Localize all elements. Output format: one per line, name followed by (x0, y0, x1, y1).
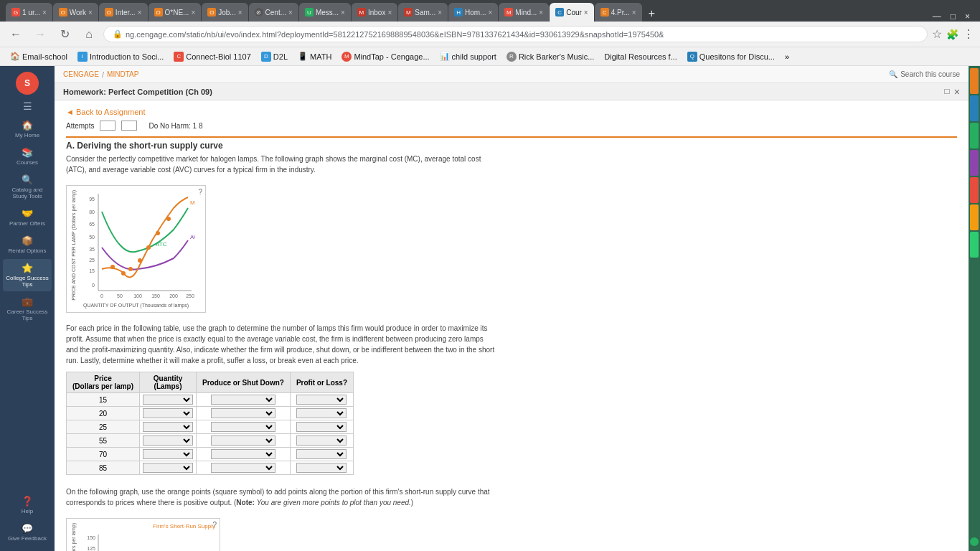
bookmark-questions[interactable]: Q Quesitons for Discu... (683, 50, 779, 63)
right-panel-btn-7[interactable] (970, 232, 979, 258)
right-panel-btn-6[interactable] (970, 204, 979, 230)
quantity-dropdown[interactable] (143, 449, 193, 459)
bookmark-d2l[interactable]: D D2L (257, 50, 292, 63)
bookmark-digital[interactable]: Digital Resources f... (600, 51, 681, 62)
nav-home[interactable]: ⌂ (79, 24, 99, 44)
hw-close[interactable]: × (954, 86, 960, 98)
right-panel-btn-1[interactable] (970, 68, 979, 94)
tab-close-9[interactable]: × (438, 9, 442, 17)
tab-sam[interactable]: M Sam... × (398, 3, 448, 22)
tab-hom[interactable]: H Hom... × (448, 3, 498, 22)
profit-cell[interactable]: ProfitLossBreak Even (290, 434, 353, 448)
nav-reload[interactable]: ↻ (55, 24, 75, 44)
tab-close-6[interactable]: × (288, 9, 293, 17)
profit-cell[interactable]: ProfitLossBreak Even (290, 420, 353, 434)
nav-forward[interactable]: → (30, 24, 50, 44)
produce-cell[interactable]: ProduceShut DownIndifferent (197, 407, 291, 420)
extensions[interactable]: 🧩 (946, 29, 958, 40)
tab-close-11[interactable]: × (539, 9, 543, 17)
sidebar-item-rental[interactable]: 📦 Rental Options (3, 232, 52, 258)
tab-close-8[interactable]: × (387, 9, 392, 17)
tab-4pr[interactable]: C 4.Pr... × (595, 3, 642, 22)
tab-mind[interactable]: M Mind... × (499, 3, 549, 22)
user-avatar[interactable]: S (16, 72, 39, 95)
produce-dropdown[interactable]: ProduceShut DownIndifferent (211, 422, 275, 432)
window-minimize[interactable]: — (928, 11, 946, 22)
right-panel-btn-2[interactable] (970, 95, 979, 121)
sidebar-item-help[interactable]: ❓ Help (3, 492, 52, 518)
window-close[interactable]: × (961, 11, 974, 22)
bookmark-intro[interactable]: I Introduction to Soci... (73, 50, 168, 63)
profit-dropdown[interactable]: ProfitLossBreak Even (296, 422, 347, 432)
tab-work[interactable]: O Work × (53, 3, 98, 22)
tab-close-4[interactable]: × (191, 9, 195, 17)
bookmark-math[interactable]: 📱 MATH (293, 50, 336, 62)
quantity-cell[interactable] (140, 461, 197, 475)
tab-close-7[interactable]: × (341, 9, 345, 17)
window-maximize[interactable]: □ (946, 11, 960, 22)
tab-close-13[interactable]: × (632, 9, 636, 17)
quantity-dropdown[interactable] (143, 463, 193, 473)
right-panel-btn-4[interactable] (970, 150, 979, 176)
tab-close-1[interactable]: × (42, 9, 47, 17)
produce-dropdown[interactable]: ProduceShut DownIndifferent (211, 449, 275, 459)
tab-close-2[interactable]: × (88, 9, 93, 17)
bookmark-connect[interactable]: C Connect-Biol 1107 (169, 50, 255, 63)
tab-job[interactable]: O Job... × (202, 3, 248, 22)
right-panel-btn-3[interactable] (970, 123, 979, 149)
produce-cell[interactable]: ProduceShut DownIndifferent (197, 434, 291, 448)
sidebar-menu-icon[interactable]: ☰ (23, 100, 32, 112)
tab-inbox[interactable]: M Inbox × (352, 3, 397, 22)
address-bar[interactable]: 🔒 ng.cengage.com/static/nb/ui/evo/index.… (103, 26, 928, 42)
sidebar-item-college[interactable]: ⭐ College Success Tips (3, 259, 52, 291)
tab-inter[interactable]: O Inter... × (99, 3, 148, 22)
tab-1ur[interactable]: G 1 ur... × (6, 3, 52, 22)
tab-close-10[interactable]: × (488, 9, 492, 17)
profit-cell[interactable]: ProfitLossBreak Even (290, 448, 353, 461)
tab-cour[interactable]: C Cour × (550, 3, 594, 22)
sidebar-item-feedback[interactable]: 💬 Give Feedback (3, 519, 52, 545)
produce-dropdown[interactable]: ProduceShut DownIndifferent (211, 408, 275, 418)
chart2-help-icon[interactable]: ? (212, 521, 217, 529)
nav-back[interactable]: ← (6, 24, 26, 44)
breadcrumb-cengage[interactable]: CENGAGE (63, 70, 99, 78)
tab-close-5[interactable]: × (238, 9, 242, 17)
quantity-dropdown[interactable] (143, 408, 193, 418)
bookmarks-more[interactable]: » (781, 51, 793, 62)
profit-cell[interactable]: ProfitLossBreak Even (290, 407, 353, 420)
bookmark-childsupport[interactable]: 📊 child support (435, 50, 501, 62)
quantity-cell[interactable] (140, 393, 197, 407)
quantity-cell[interactable] (140, 448, 197, 461)
produce-cell[interactable]: ProduceShut DownIndifferent (197, 448, 291, 461)
quantity-dropdown[interactable] (143, 422, 193, 432)
quantity-cell[interactable] (140, 407, 197, 420)
profit-dropdown[interactable]: ProfitLossBreak Even (296, 449, 347, 459)
breadcrumb-mindtap[interactable]: MINDTAP (107, 70, 138, 78)
right-panel-circle[interactable] (970, 537, 979, 546)
produce-cell[interactable]: ProduceShut DownIndifferent (197, 461, 291, 475)
profit-dropdown[interactable]: ProfitLossBreak Even (296, 463, 347, 473)
tab-cent[interactable]: ⊘ Cent... × (249, 3, 298, 22)
hw-maximize[interactable]: □ (945, 86, 950, 98)
sidebar-item-home[interactable]: 🏠 My Home (3, 116, 52, 142)
quantity-cell[interactable] (140, 434, 197, 448)
produce-cell[interactable]: ProduceShut DownIndifferent (197, 420, 291, 434)
quantity-cell[interactable] (140, 420, 197, 434)
bookmark-mindtap[interactable]: M MindTap - Cengage... (337, 50, 433, 63)
profit-dropdown[interactable]: ProfitLossBreak Even (296, 435, 347, 446)
bookmark-rick[interactable]: R Rick Barker's Music... (502, 50, 598, 63)
sidebar-item-career[interactable]: 💼 Career Success Tips (3, 293, 52, 325)
tab-close-3[interactable]: × (138, 9, 142, 17)
bookmark-star[interactable]: ☆ (932, 27, 942, 41)
produce-cell[interactable]: ProduceShut DownIndifferent (197, 393, 291, 407)
quantity-dropdown[interactable] (143, 435, 193, 446)
sidebar-item-partner[interactable]: 🤝 Partner Offers (3, 204, 52, 230)
quantity-dropdown[interactable] (143, 395, 193, 405)
profit-cell[interactable]: ProfitLossBreak Even (290, 461, 353, 475)
tab-close-12[interactable]: × (584, 9, 588, 17)
produce-dropdown[interactable]: ProduceShut DownIndifferent (211, 463, 275, 473)
sidebar-item-courses[interactable]: 📚 Courses (3, 143, 52, 169)
produce-dropdown[interactable]: ProduceShut DownIndifferent (211, 435, 275, 446)
tab-one[interactable]: O O*NE... × (149, 3, 202, 22)
new-tab-button[interactable]: + (643, 7, 661, 20)
